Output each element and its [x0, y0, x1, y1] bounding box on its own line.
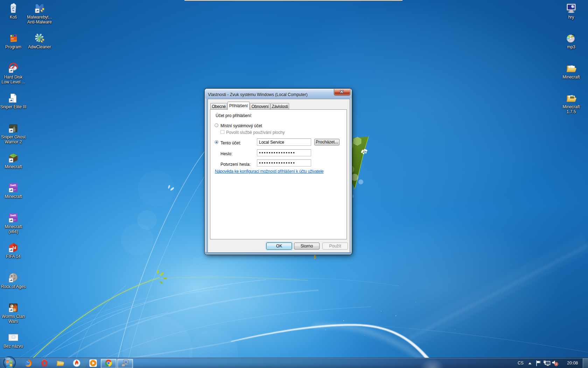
svg-text:♪: ♪ — [574, 33, 575, 36]
svg-text:Swift: Swift — [10, 214, 16, 217]
svg-text:Swift: Swift — [10, 184, 16, 186]
